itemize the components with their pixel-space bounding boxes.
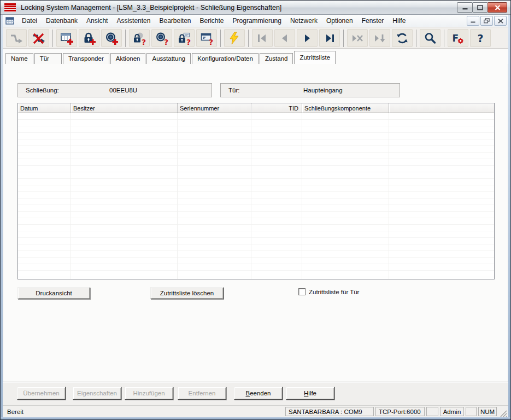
filter-settings-button[interactable]: F bbox=[448, 29, 468, 47]
eigenschaften-button[interactable]: Eigenschaften bbox=[73, 387, 121, 400]
app-window: Locking System Management - [LSM_3.3_Bei… bbox=[0, 0, 511, 420]
read-reader-button[interactable]: ? bbox=[196, 29, 217, 47]
lock-field-label: Schließung: bbox=[18, 87, 59, 94]
tab-ausstattung[interactable]: Ausstattung bbox=[146, 53, 191, 64]
status-text: Bereit bbox=[7, 409, 24, 415]
access-list-for-door-label: Zutrittsliste für Tür bbox=[309, 289, 359, 295]
window-right-edge bbox=[508, 15, 510, 417]
help-button[interactable]: ? bbox=[470, 29, 491, 47]
column-header-empty[interactable] bbox=[389, 103, 494, 113]
search-icon bbox=[423, 31, 437, 45]
beenden-button[interactable]: Beenden bbox=[234, 387, 283, 400]
table-column bbox=[18, 113, 71, 279]
resize-grip-icon bbox=[498, 409, 507, 417]
table-column bbox=[251, 113, 302, 279]
access-list-table: Datum Besitzer Seriennummer TID Schließu… bbox=[17, 103, 495, 279]
login-button[interactable] bbox=[6, 29, 27, 47]
search-button[interactable] bbox=[420, 29, 440, 47]
previous-record-button[interactable] bbox=[274, 29, 295, 47]
menu-datei[interactable]: Datei bbox=[17, 15, 42, 26]
document-icon bbox=[5, 17, 14, 25]
filter-settings-icon: F bbox=[451, 31, 465, 45]
new-transponder-button[interactable] bbox=[101, 29, 122, 47]
tab-strip: Name Tür Transponder Aktionen Ausstattun… bbox=[3, 49, 508, 64]
first-record-button[interactable] bbox=[252, 29, 273, 47]
window-title: Locking System Management - [LSM_3.3_Bei… bbox=[21, 4, 281, 11]
menu-berichte[interactable]: Berichte bbox=[196, 15, 228, 26]
record-cancel-button[interactable] bbox=[347, 29, 368, 47]
table-column bbox=[71, 113, 178, 279]
tab-name[interactable]: Name bbox=[5, 53, 33, 64]
tab-konfiguration-daten[interactable]: Konfiguration/Daten bbox=[192, 53, 259, 64]
statusbar-empty-segment bbox=[426, 407, 438, 416]
print-view-button[interactable]: Druckansicht bbox=[17, 287, 90, 299]
toolbar-separator bbox=[220, 30, 221, 47]
read-transponder-button[interactable]: ? bbox=[151, 29, 172, 47]
last-record-icon bbox=[322, 31, 337, 45]
door-field-label: Tür: bbox=[221, 87, 239, 94]
record-jump-button[interactable] bbox=[369, 29, 390, 47]
maximize-button[interactable] bbox=[472, 2, 488, 13]
next-record-button[interactable] bbox=[297, 29, 318, 47]
statusbar: Bereit SANTABARBARA : COM9 TCP-Port:6000… bbox=[3, 405, 508, 417]
toolbar-separator bbox=[52, 30, 53, 47]
close-button[interactable] bbox=[487, 2, 507, 13]
mdi-close-button[interactable] bbox=[494, 16, 507, 26]
new-locking-system-button[interactable] bbox=[56, 29, 77, 47]
window-bottom-edge bbox=[1, 417, 510, 419]
last-record-button[interactable] bbox=[319, 29, 340, 47]
clear-access-list-button[interactable]: Zutrittsliste löschen bbox=[150, 287, 224, 299]
menu-programmierung[interactable]: Programmierung bbox=[228, 15, 286, 26]
login-icon bbox=[9, 31, 24, 45]
statusbar-station-port: SANTABARBARA : COM9 bbox=[285, 407, 374, 416]
minimize-icon bbox=[462, 5, 468, 10]
column-header-tid[interactable]: TID bbox=[251, 103, 302, 113]
tab-tuer[interactable]: Tür bbox=[34, 53, 62, 64]
tab-zustand[interactable]: Zustand bbox=[260, 53, 293, 64]
column-header-datum[interactable]: Datum bbox=[18, 103, 71, 113]
mdi-minimize-button[interactable] bbox=[467, 16, 479, 26]
access-list-for-door-checkbox[interactable] bbox=[298, 288, 306, 295]
toolbar-separator bbox=[416, 30, 416, 47]
logout-button[interactable] bbox=[28, 29, 49, 47]
statusbar-tcp-port: TCP-Port:6000 bbox=[375, 407, 425, 416]
menu-ansicht[interactable]: Ansicht bbox=[82, 15, 112, 26]
table-column bbox=[302, 113, 389, 279]
read-reader-icon: ? bbox=[199, 31, 214, 45]
menu-fenster[interactable]: Fenster bbox=[357, 15, 389, 26]
column-header-besitzer[interactable]: Besitzer bbox=[71, 103, 178, 113]
minimize-button[interactable] bbox=[457, 2, 473, 13]
menu-hilfe[interactable]: Hilfe bbox=[388, 15, 410, 26]
entfernen-button[interactable]: Entfernen bbox=[178, 387, 226, 400]
tab-page-zutrittsliste: Schließung: 00EEU8U Tür: Haupteingang Da… bbox=[3, 64, 508, 382]
menu-netzwerk[interactable]: Netzwerk bbox=[286, 15, 322, 26]
menu-optionen[interactable]: Optionen bbox=[322, 15, 357, 26]
program-icon bbox=[227, 31, 242, 45]
table-header: Datum Besitzer Seriennummer TID Schließu… bbox=[18, 103, 494, 113]
tab-aktionen[interactable]: Aktionen bbox=[110, 53, 146, 64]
hilfe-button[interactable]: Hilfe bbox=[286, 387, 334, 400]
column-header-seriennummer[interactable]: Seriennummer bbox=[178, 103, 251, 113]
read-lock-button[interactable]: ? bbox=[129, 29, 150, 47]
read-lock-network-button[interactable]: ? bbox=[174, 29, 195, 47]
titlebar: Locking System Management - [LSM_3.3_Bei… bbox=[1, 1, 510, 15]
resize-grip[interactable] bbox=[498, 409, 507, 417]
footer-button-bar: Übernehmen Eigenschaften Hinzufügen Entf… bbox=[3, 382, 508, 405]
menu-assistenten[interactable]: Assistenten bbox=[112, 15, 155, 26]
refresh-button[interactable] bbox=[392, 29, 413, 47]
mdi-restore-button[interactable] bbox=[480, 16, 493, 26]
column-header-schliessungskomponente[interactable]: Schließungskomponente bbox=[302, 103, 389, 113]
tab-transponder[interactable]: Transponder bbox=[63, 53, 109, 64]
new-lock-button[interactable] bbox=[79, 29, 99, 47]
hinzufuegen-button[interactable]: Hinzufügen bbox=[125, 387, 173, 400]
menu-datenbank[interactable]: Datenbank bbox=[42, 15, 82, 26]
mdi-minimize-icon bbox=[471, 19, 475, 23]
read-transponder-icon: ? bbox=[155, 31, 169, 45]
svg-text:?: ? bbox=[142, 38, 146, 45]
table-column bbox=[178, 113, 251, 279]
menu-bearbeiten[interactable]: Bearbeiten bbox=[155, 15, 195, 26]
uebernehmen-button[interactable]: Übernehmen bbox=[17, 387, 66, 400]
program-button[interactable] bbox=[224, 29, 245, 47]
access-list-for-door-row: Zutrittsliste für Tür bbox=[298, 288, 359, 295]
tab-zutrittsliste[interactable]: Zutrittsliste bbox=[294, 51, 336, 64]
